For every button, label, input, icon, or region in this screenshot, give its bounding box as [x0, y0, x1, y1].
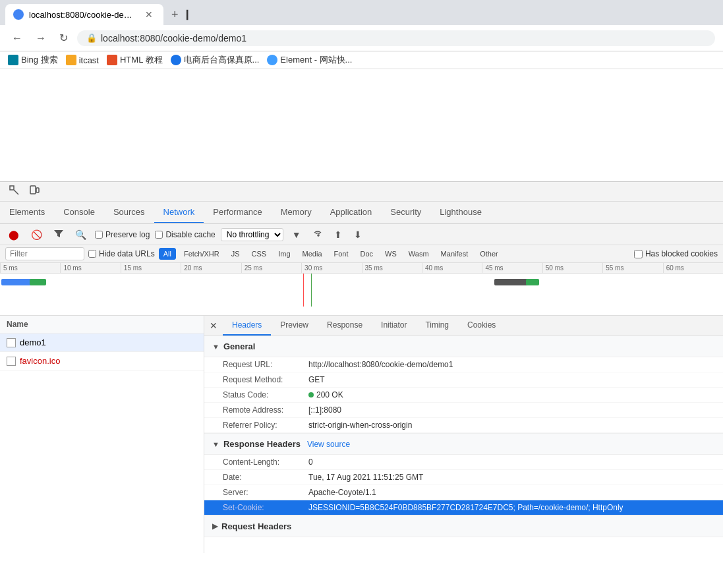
timeline-marker-green — [311, 274, 312, 307]
cursor: ▎ — [187, 10, 193, 20]
lock-icon: 🔒 — [86, 33, 97, 43]
tab-security[interactable]: Security — [381, 202, 430, 224]
throttle-arrow-btn[interactable]: ▼ — [289, 227, 304, 242]
reload-button[interactable]: ↻ — [55, 29, 72, 47]
bookmark-element[interactable]: Element - 网站快... — [267, 54, 352, 66]
filter-input[interactable] — [5, 247, 84, 260]
details-tab-cookies[interactable]: Cookies — [458, 316, 505, 336]
tab-elements[interactable]: Elements — [0, 202, 54, 224]
clear-button[interactable]: 🚫 — [28, 227, 45, 242]
request-method-row: Request Method: GET — [204, 372, 723, 388]
preserve-log-label[interactable]: Preserve log — [95, 230, 150, 239]
file-item-favicon[interactable]: favicon.ico — [0, 352, 204, 370]
filter-all-btn[interactable]: All — [159, 248, 176, 260]
filter-doc-btn[interactable]: Doc — [357, 249, 378, 259]
tab-sources[interactable]: Sources — [104, 202, 154, 224]
active-tab[interactable]: localhost:8080/cookie-demo/d... ✕ — [5, 4, 163, 25]
throttle-select[interactable]: No throttling — [221, 228, 283, 241]
tab-network[interactable]: Network — [154, 202, 204, 224]
date-value: Tue, 17 Aug 2021 11:51:25 GMT — [308, 473, 423, 482]
device-toolbar-btn[interactable] — [25, 182, 43, 201]
back-button[interactable]: ← — [8, 30, 26, 47]
server-row: Server: Apache-Coyote/1.1 — [204, 485, 723, 500]
svg-rect-4 — [36, 188, 39, 192]
details-tab-preview[interactable]: Preview — [271, 316, 318, 336]
disable-cache-checkbox[interactable] — [155, 231, 163, 239]
server-label: Server: — [223, 488, 308, 497]
tab-lighthouse[interactable]: Lighthouse — [430, 202, 491, 224]
file-name-favicon: favicon.ico — [20, 356, 60, 366]
set-cookie-row: Set-Cookie: JSESSIONID=5B8C524F0BD885BF2… — [204, 500, 723, 515]
wifi-icon-btn[interactable] — [310, 227, 326, 242]
response-headers-arrow-icon: ▼ — [212, 440, 219, 448]
view-source-link[interactable]: View source — [307, 440, 350, 449]
devtools-top-toolbar — [0, 182, 723, 202]
filter-fetchxhr-btn[interactable]: Fetch/XHR — [180, 249, 223, 259]
bookmark-element-label: Element - 网站快... — [280, 54, 352, 66]
tab-memory[interactable]: Memory — [272, 202, 321, 224]
filter-img-btn[interactable]: Img — [274, 249, 294, 259]
itcast-icon — [66, 55, 76, 65]
search-btn[interactable]: 🔍 — [72, 227, 90, 242]
details-tab-initiator[interactable]: Initiator — [372, 316, 416, 336]
element-icon — [267, 55, 277, 65]
filter-font-btn[interactable]: Font — [330, 249, 353, 259]
tab-title: localhost:8080/cookie-demo/d... — [29, 10, 137, 20]
request-headers-section[interactable]: ▶ Request Headers — [204, 515, 723, 537]
file-name-demo1: demo1 — [20, 338, 46, 347]
blocked-cookies-label[interactable]: Has blocked cookies — [634, 249, 718, 258]
details-close-btn[interactable]: ✕ — [204, 318, 223, 334]
details-panel: ✕ Headers Preview Response Initiator Tim… — [204, 316, 723, 553]
bookmark-html[interactable]: HTML 教程 — [107, 54, 163, 66]
bookmark-html-label: HTML 教程 — [120, 54, 163, 66]
bookmark-itcast-label: itcast — [79, 55, 99, 65]
filter-ws-btn[interactable]: WS — [381, 249, 401, 259]
address-bar[interactable]: 🔒 localhost:8080/cookie-demo/demo1 — [77, 30, 715, 46]
details-tab-timing[interactable]: Timing — [416, 316, 458, 336]
svg-point-0 — [15, 11, 22, 18]
ecom-icon — [171, 55, 181, 65]
status-code-value: 200 OK — [308, 390, 343, 399]
bookmark-ecom[interactable]: 电商后台高保真原... — [171, 54, 260, 66]
blocked-cookies-checkbox[interactable] — [634, 250, 643, 258]
file-item-demo1[interactable]: demo1 — [0, 334, 204, 352]
browser-chrome: localhost:8080/cookie-demo/d... ✕ + ▎ ← … — [0, 0, 723, 69]
download-btn[interactable]: ⬇ — [351, 227, 365, 242]
timeline-ruler: 5 ms 10 ms 15 ms 20 ms 25 ms 30 ms 35 ms… — [0, 263, 723, 274]
filter-media-btn[interactable]: Media — [299, 249, 326, 259]
tab-favicon — [13, 9, 24, 20]
tab-close-btn[interactable]: ✕ — [142, 8, 156, 21]
filter-other-btn[interactable]: Other — [476, 249, 502, 259]
filter-icon-btn[interactable] — [51, 227, 67, 242]
request-url-row: Request URL: http://localhost:8080/cooki… — [204, 357, 723, 372]
details-tab-response[interactable]: Response — [318, 316, 372, 336]
hide-data-urls-label[interactable]: Hide data URLs — [88, 249, 155, 258]
tab-performance[interactable]: Performance — [204, 202, 271, 224]
inspect-element-btn[interactable] — [5, 182, 24, 201]
bookmark-bing[interactable]: Bing 搜索 — [8, 54, 58, 66]
preserve-log-checkbox[interactable] — [95, 231, 103, 239]
bookmark-itcast[interactable]: itcast — [66, 55, 99, 65]
details-tab-headers[interactable]: Headers — [223, 316, 271, 336]
page-content — [0, 69, 723, 181]
svg-marker-5 — [54, 230, 63, 237]
filter-wasm-btn[interactable]: Wasm — [405, 249, 433, 259]
ruler-mark-40: 40 ms — [422, 263, 482, 273]
filter-css-btn[interactable]: CSS — [248, 249, 271, 259]
tab-application[interactable]: Application — [321, 202, 382, 224]
request-url-label: Request URL: — [223, 360, 308, 369]
referrer-policy-label: Referrer Policy: — [223, 421, 308, 430]
tab-console[interactable]: Console — [54, 202, 104, 224]
forward-button[interactable]: → — [32, 30, 50, 47]
filter-manifest-btn[interactable]: Manifest — [437, 249, 473, 259]
disable-cache-label[interactable]: Disable cache — [155, 230, 215, 239]
hide-data-urls-checkbox[interactable] — [88, 250, 96, 258]
filter-js-btn[interactable]: JS — [227, 249, 244, 259]
remote-address-row: Remote Address: [::1]:8080 — [204, 403, 723, 418]
upload-btn[interactable]: ⬆ — [331, 227, 345, 242]
response-headers-section[interactable]: ▼ Response Headers View source — [204, 433, 723, 455]
record-button[interactable]: ⬤ — [5, 227, 22, 242]
timeline-marker-red — [303, 274, 304, 307]
general-section-header[interactable]: ▼ General — [204, 336, 723, 357]
new-tab-button[interactable]: + — [166, 5, 184, 24]
